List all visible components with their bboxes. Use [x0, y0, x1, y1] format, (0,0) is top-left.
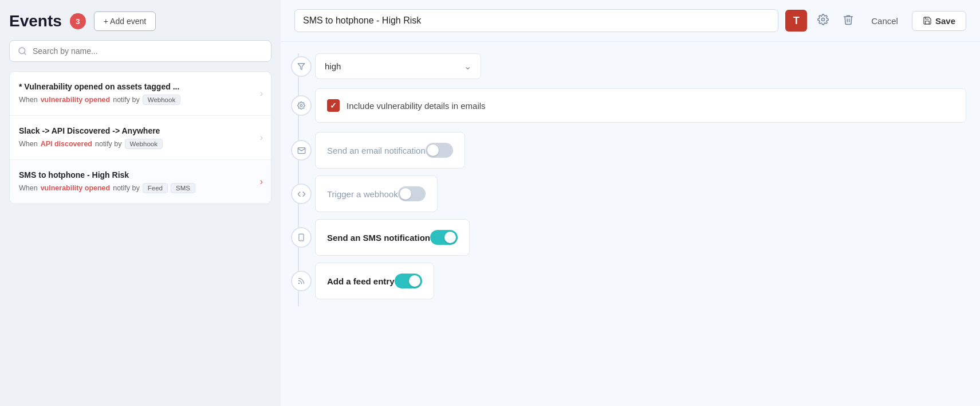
rss-icon	[297, 277, 305, 285]
event-tag-webhook-1: Webhook	[143, 95, 180, 105]
event-trigger-3: vulnerability opened	[41, 184, 111, 192]
email-timeline-icon	[291, 140, 312, 161]
feed-action-item: Add a feed entry	[315, 263, 980, 299]
left-panel: Events 3 + Add event * Vulnerability ope…	[0, 0, 281, 406]
email-icon	[297, 146, 306, 155]
sms-toggle[interactable]	[430, 230, 458, 245]
include-details-timeline-item: Include vulnerability details in emails	[315, 88, 980, 123]
settings2-timeline-icon	[291, 95, 312, 116]
risk-dropdown[interactable]: high ⌄	[315, 53, 481, 79]
event-item-sub-2: When API discovered notify by Webhook	[19, 139, 262, 149]
feed-action-label: Add a feed entry	[327, 276, 395, 286]
search-input[interactable]	[33, 46, 263, 56]
filter-icon	[297, 63, 305, 71]
risk-timeline-item: high ⌄	[315, 53, 980, 79]
sms-action-row: Send an SMS notification	[315, 219, 470, 256]
settings-icon	[817, 14, 829, 25]
save-button[interactable]: Save	[912, 11, 966, 31]
add-event-label: + Add event	[104, 17, 146, 26]
page-title: Events	[9, 12, 62, 30]
include-details-row: Include vulnerability details in emails	[315, 88, 966, 123]
cancel-button[interactable]: Cancel	[864, 11, 905, 30]
event-item-3[interactable]: SMS to hotphone - High Risk When vulnera…	[10, 160, 271, 204]
settings-icon-button[interactable]	[814, 11, 832, 30]
email-toggle[interactable]	[426, 143, 453, 158]
event-prefix-3: When	[19, 184, 38, 192]
event-item-title-2: Slack -> API Discovered -> Anywhere	[19, 126, 262, 135]
svg-line-1	[24, 53, 26, 54]
right-header: T Cancel Save	[281, 0, 980, 42]
event-trigger-1: vulnerability opened	[41, 96, 111, 104]
event-trigger-2: API discovered	[41, 140, 92, 148]
svg-marker-3	[298, 63, 305, 69]
add-event-button[interactable]: + Add event	[94, 11, 156, 31]
sms-timeline-icon	[291, 227, 312, 248]
event-suffix-1: notify by	[113, 96, 140, 104]
format-button[interactable]: T	[785, 10, 807, 32]
right-panel: T Cancel Save	[281, 0, 980, 406]
code-icon	[297, 190, 306, 198]
event-prefix-2: When	[19, 140, 38, 148]
sms-action-label: Send an SMS notification	[327, 233, 430, 243]
event-arrow-1: ›	[260, 88, 263, 99]
webhook-toggle[interactable]	[398, 186, 426, 201]
timeline-container: high ⌄ Include vulnerability deta	[281, 53, 980, 306]
email-action-item: Send an email notification	[315, 132, 980, 169]
svg-point-7	[298, 283, 299, 284]
event-list: * Vulnerability opened on assets tagged …	[9, 71, 271, 204]
event-arrow-3: ›	[260, 177, 263, 187]
svg-point-2	[822, 18, 825, 21]
event-item-sub-1: When vulnerability opened notify by Webh…	[19, 95, 262, 105]
risk-value: high	[325, 61, 341, 71]
main-content: high ⌄ Include vulnerability deta	[281, 42, 980, 406]
email-action-row: Send an email notification	[315, 132, 465, 169]
sms-action-item: Send an SMS notification	[315, 219, 980, 256]
event-tag-feed: Feed	[143, 183, 168, 193]
save-label: Save	[935, 16, 955, 26]
event-tag-sms: SMS	[171, 183, 195, 193]
event-name-input[interactable]	[294, 9, 778, 32]
settings2-icon	[297, 102, 305, 110]
feed-timeline-icon	[291, 271, 312, 291]
risk-chevron-icon: ⌄	[464, 61, 471, 72]
event-count-badge: 3	[70, 13, 86, 29]
event-item-title-1: * Vulnerability opened on assets tagged …	[19, 82, 262, 91]
search-box	[9, 40, 271, 62]
event-arrow-2: ›	[260, 132, 263, 143]
event-item-sub-3: When vulnerability opened notify by Feed…	[19, 183, 262, 193]
delete-icon	[843, 14, 854, 25]
webhook-timeline-icon	[291, 184, 312, 204]
save-icon	[923, 16, 932, 25]
event-item-1[interactable]: * Vulnerability opened on assets tagged …	[10, 72, 271, 116]
event-item-2[interactable]: Slack -> API Discovered -> Anywhere When…	[10, 116, 271, 160]
webhook-action-label: Trigger a webhook	[327, 189, 398, 199]
feed-toggle[interactable]	[395, 274, 422, 288]
event-prefix-1: When	[19, 96, 38, 104]
risk-timeline-icon	[291, 56, 312, 77]
webhook-action-item: Trigger a webhook	[315, 175, 980, 212]
header-row: Events 3 + Add event	[9, 11, 271, 31]
phone-icon	[297, 233, 305, 241]
event-suffix-2: notify by	[95, 140, 122, 148]
svg-point-4	[300, 104, 302, 107]
email-action-label: Send an email notification	[327, 146, 426, 155]
event-item-title-3: SMS to hotphone - High Risk	[19, 170, 262, 179]
webhook-action-row: Trigger a webhook	[315, 175, 438, 212]
event-suffix-3: notify by	[113, 184, 140, 192]
include-details-checkbox[interactable]	[327, 99, 340, 112]
svg-rect-5	[299, 234, 304, 241]
delete-icon-button[interactable]	[839, 11, 857, 30]
search-icon	[18, 46, 27, 56]
event-tag-webhook-2: Webhook	[125, 139, 163, 149]
app-container: Events 3 + Add event * Vulnerability ope…	[0, 0, 980, 406]
include-details-label: Include vulnerability details in emails	[347, 101, 486, 111]
feed-action-row: Add a feed entry	[315, 263, 434, 299]
